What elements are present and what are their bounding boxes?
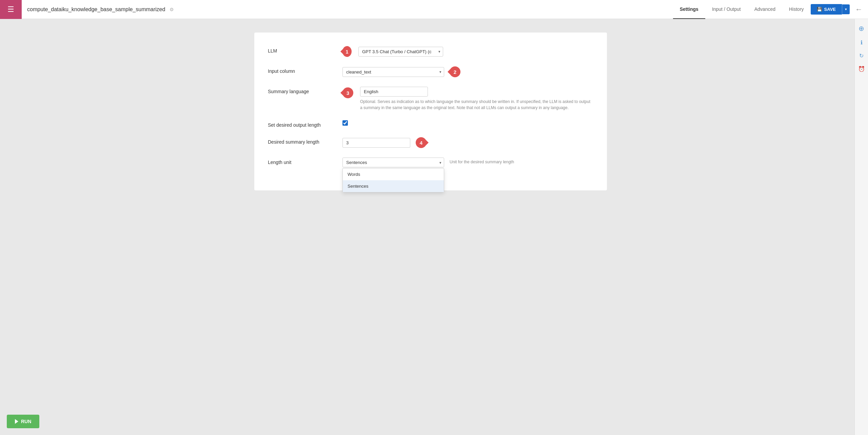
run-button[interactable]: RUN: [7, 415, 39, 428]
summary-language-row: Summary language 3 Optional. Serves as i…: [268, 87, 593, 111]
save-icon: 💾: [817, 7, 822, 12]
add-icon[interactable]: ⊕: [859, 24, 864, 33]
set-desired-output-row: Set desired output length: [268, 120, 593, 128]
top-nav: Settings Input / Output Advanced History: [673, 0, 811, 19]
length-unit-select-wrapper: Sentences ▾: [342, 158, 444, 167]
summary-language-label: Summary language: [268, 87, 342, 94]
desired-summary-length-control: 4: [342, 137, 593, 148]
input-column-control: cleaned_text ▾ 2: [342, 66, 593, 77]
refresh-icon[interactable]: ↻: [859, 53, 864, 59]
page-title: compute_dataiku_knowledge_base_sample_su…: [22, 6, 673, 13]
length-unit-help: Unit for the desired summary length: [450, 158, 514, 164]
dropdown-item-sentences[interactable]: Sentences: [343, 180, 444, 192]
save-button-group: 💾 SAVE ▾: [811, 4, 850, 15]
desired-summary-length-input[interactable]: [342, 138, 410, 148]
main-content: LLM 1 GPT 3.5 Chat (Turbo / ChatGPT) (c …: [0, 19, 868, 435]
input-column-select-wrapper: cleaned_text ▾: [342, 67, 444, 77]
desired-summary-length-label: Desired summary length: [268, 137, 342, 145]
llm-select-wrapper: GPT 3.5 Chat (Turbo / ChatGPT) (c ▾: [358, 47, 443, 57]
length-unit-dropdown: Words Sentences: [342, 168, 444, 192]
form-card: LLM 1 GPT 3.5 Chat (Turbo / ChatGPT) (c …: [254, 33, 607, 190]
title-text: compute_dataiku_knowledge_base_sample_su…: [27, 6, 165, 12]
llm-select[interactable]: GPT 3.5 Chat (Turbo / ChatGPT) (c: [358, 47, 443, 57]
run-play-icon: [15, 419, 18, 424]
summary-language-control: 3 Optional. Serves as indication as to w…: [342, 87, 593, 111]
desired-summary-length-row: Desired summary length 4: [268, 137, 593, 148]
input-column-label: Input column: [268, 66, 342, 74]
set-desired-output-control: [342, 120, 593, 126]
badge-1: 1: [342, 46, 352, 57]
settings-gear-icon: ⚙: [170, 7, 174, 12]
topbar: ☰ compute_dataiku_knowledge_base_sample_…: [0, 0, 868, 19]
input-column-select[interactable]: cleaned_text: [342, 67, 444, 77]
tab-advanced[interactable]: Advanced: [748, 0, 782, 19]
checkbox-row: [342, 120, 593, 126]
app-menu-button[interactable]: ☰: [0, 0, 22, 19]
tab-input-output[interactable]: Input / Output: [705, 0, 748, 19]
save-button[interactable]: 💾 SAVE: [811, 4, 842, 15]
llm-label: LLM: [268, 46, 342, 54]
length-unit-label: Length unit: [268, 158, 342, 165]
tab-settings[interactable]: Settings: [673, 0, 705, 19]
set-desired-output-label: Set desired output length: [268, 120, 342, 128]
length-unit-control: Sentences ▾ Words Sentences Unit for: [342, 158, 593, 167]
summary-language-input[interactable]: [360, 87, 428, 97]
badge-3: 3: [342, 87, 353, 98]
length-unit-row: Length unit Sentences ▾ Words Sentences: [268, 158, 593, 167]
input-column-row: Input column cleaned_text ▾ 2: [268, 66, 593, 77]
tab-history[interactable]: History: [782, 0, 811, 19]
clock-icon[interactable]: ⏰: [858, 66, 865, 72]
back-button[interactable]: ←: [855, 5, 863, 14]
summary-language-help: Optional. Serves as indication as to whi…: [360, 99, 591, 111]
topbar-actions: 💾 SAVE ▾ ←: [811, 4, 863, 15]
info-icon[interactable]: ℹ: [861, 39, 863, 46]
hamburger-icon: ☰: [7, 5, 14, 14]
badge-4: 4: [416, 137, 427, 148]
save-dropdown-button[interactable]: ▾: [842, 4, 850, 14]
llm-row: LLM 1 GPT 3.5 Chat (Turbo / ChatGPT) (c …: [268, 46, 593, 57]
badge-2: 2: [450, 66, 460, 77]
right-sidebar: ⊕ ℹ ↻ ⏰: [854, 19, 868, 435]
dropdown-item-words[interactable]: Words: [343, 168, 444, 180]
length-unit-select[interactable]: Sentences: [342, 158, 444, 167]
llm-control: 1 GPT 3.5 Chat (Turbo / ChatGPT) (c ▾: [342, 46, 593, 57]
set-desired-output-checkbox[interactable]: [342, 120, 348, 126]
